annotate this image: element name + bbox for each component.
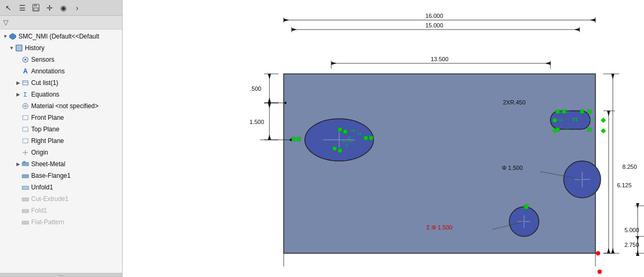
main-canvas: .dim { font-size: 11px; fill: #111; font…	[123, 0, 644, 277]
cursor-button[interactable]: ↖	[2, 2, 15, 14]
chart-button[interactable]: ◉	[57, 2, 70, 14]
svg-marker-3	[10, 33, 16, 40]
svg-marker-40	[331, 62, 337, 65]
annotations-label: Annotations	[31, 68, 64, 75]
sidebar-item-front-plane[interactable]: ▶ Front Plane	[0, 112, 122, 123]
dim-15000: 15.000	[425, 22, 443, 28]
save-button[interactable]	[30, 2, 42, 14]
svg-text:=1: =1	[564, 127, 570, 131]
svg-marker-92	[611, 248, 614, 253]
bottom-handle[interactable]: —	[0, 273, 122, 277]
svg-marker-57	[268, 103, 271, 108]
svg-rect-1	[34, 4, 37, 6]
dim-sigma-phi-1500: Σ Φ 1.500	[426, 224, 452, 231]
svg-rect-67	[338, 149, 342, 152]
svg-rect-2	[34, 8, 38, 11]
cut-extrude1-icon	[21, 195, 30, 203]
svg-marker-31	[590, 18, 595, 22]
svg-rect-61	[338, 128, 342, 131]
svg-point-9	[24, 59, 26, 61]
svg-marker-36	[574, 28, 580, 31]
cut-list-icon	[21, 79, 30, 87]
svg-rect-70	[562, 110, 566, 113]
target-button[interactable]: ✛	[43, 2, 56, 14]
svg-marker-41	[545, 62, 550, 65]
svg-rect-66	[369, 136, 373, 140]
sidebar-item-origin[interactable]: ▶ Origin	[0, 147, 122, 158]
sidebar-item-top-plane[interactable]: ▶ Top Plane	[0, 123, 122, 135]
svg-text:0: 0	[566, 109, 569, 114]
more-button[interactable]: ›	[71, 2, 83, 14]
svg-rect-72	[587, 110, 591, 113]
svg-rect-17	[23, 139, 28, 143]
svg-rect-63	[292, 137, 295, 141]
toolbar: ↖ ☰ ✛ ◉ ›	[0, 0, 122, 16]
unfold1-icon	[21, 183, 30, 192]
sidebar-item-right-plane[interactable]: ▶ Right Plane	[0, 135, 122, 147]
svg-text:10: 10	[351, 128, 356, 133]
sidebar-item-cut-list[interactable]: ▶ Cut list(1)	[0, 77, 122, 89]
svg-marker-96	[607, 111, 610, 116]
svg-text:12: 12	[357, 131, 362, 136]
history-label: History	[25, 44, 44, 52]
right-plane-icon	[21, 137, 30, 145]
sidebar-item-flat-pattern[interactable]: ▶ Flat-Pattern	[0, 216, 122, 228]
sidebar-item-base-flange[interactable]: ▶ Base-Flange1	[0, 170, 122, 182]
origin-label: Origin	[31, 149, 48, 156]
svg-marker-78	[601, 128, 606, 133]
dim-13500: 13.500	[431, 56, 449, 62]
top-plane-label: Top Plane	[31, 126, 59, 133]
sensors-label: Sensors	[31, 56, 54, 63]
equations-label: Equations	[31, 91, 59, 98]
svg-rect-15	[23, 116, 28, 120]
sidebar-item-equations[interactable]: ▶ Σ Equations	[0, 89, 122, 100]
equations-arrow-icon: ▶	[15, 90, 21, 99]
svg-rect-74	[587, 128, 591, 131]
dim-8250: 8.250	[622, 164, 637, 170]
tree-root: ▼ SMC_NMI (Default<<Default ▼ History ▶ …	[0, 30, 122, 273]
tree-root-item[interactable]: ▼ SMC_NMI (Default<<Default	[0, 31, 122, 42]
svg-rect-62	[343, 130, 347, 133]
material-icon	[21, 102, 30, 110]
dim-0500: .500	[250, 85, 261, 92]
svg-text:11: 11	[524, 203, 529, 208]
svg-text:TT: TT	[572, 117, 578, 122]
sidebar-item-sensors[interactable]: ▶ Sensors	[0, 54, 122, 65]
svg-rect-23	[22, 186, 29, 189]
sidebar-item-unfold1[interactable]: ▶ Unfold1	[0, 182, 122, 193]
svg-rect-10	[23, 81, 28, 85]
sheet-metal-arrow-icon: ▶	[15, 160, 21, 168]
sidebar-item-cut-extrude1[interactable]: ▶ Cut-Extrude1	[0, 193, 122, 205]
svg-rect-26	[22, 221, 29, 224]
svg-point-107	[596, 251, 600, 255]
top-plane-icon	[21, 125, 30, 133]
sidebar-item-sheet-metal[interactable]: ▶ Sheet-Metal	[0, 158, 122, 170]
history-icon	[15, 44, 23, 52]
engineering-drawing: .dim { font-size: 11px; fill: #111; font…	[123, 0, 644, 277]
sidebar-item-fold1[interactable]: ▶ Fold1	[0, 205, 122, 216]
dim-5000: 5.000	[624, 227, 639, 233]
svg-rect-20	[22, 163, 29, 166]
svg-marker-58	[268, 135, 271, 140]
flat-pattern-label: Flat-Pattern	[31, 218, 64, 226]
fold1-label: Fold1	[31, 207, 47, 214]
sidebar-item-annotations[interactable]: ▶ A Annotations	[0, 65, 122, 77]
svg-rect-65	[364, 136, 368, 140]
svg-text:10: 10	[348, 139, 353, 144]
svg-rect-16	[23, 127, 28, 131]
root-icon	[8, 32, 17, 41]
svg-marker-105	[636, 236, 639, 240]
right-plane-label: Right Plane	[31, 137, 64, 145]
sidebar-item-material[interactable]: ▶ Material <not specified>	[0, 100, 122, 112]
history-arrow-icon: ▼	[8, 44, 15, 52]
base-flange-label: Base-Flange1	[31, 172, 71, 179]
cut-list-arrow-icon: ▶	[15, 79, 21, 87]
dim-16000: 16.000	[425, 13, 443, 19]
front-plane-label: Front Plane	[31, 114, 64, 121]
material-label: Material <not specified>	[31, 102, 98, 110]
list-button[interactable]: ☰	[16, 2, 29, 14]
dim-6125: 6.125	[617, 182, 632, 188]
sidebar-item-history[interactable]: ▼ History	[0, 42, 122, 54]
dim-phi-1500-right: Φ 1.500	[502, 165, 522, 171]
base-flange-icon	[21, 171, 30, 180]
